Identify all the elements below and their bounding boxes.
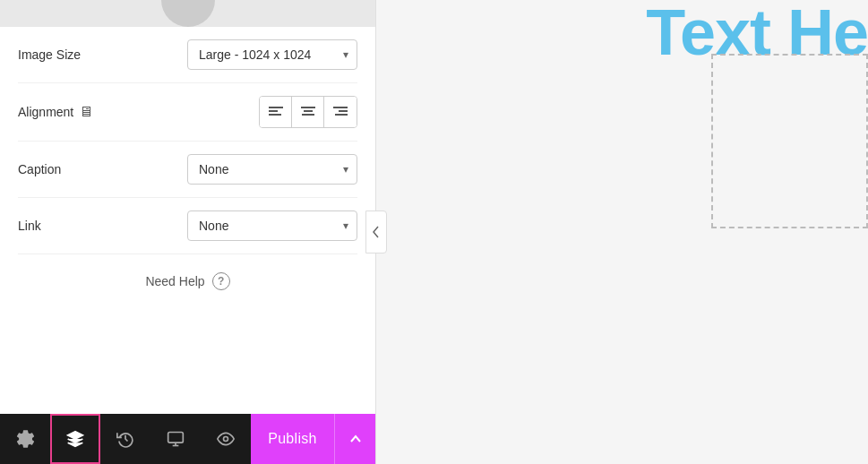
right-panel: Text He [376, 0, 868, 464]
publish-chevron-button[interactable] [334, 414, 375, 464]
alignment-label: Alignment 🖥 [18, 104, 125, 120]
svg-rect-0 [269, 107, 283, 108]
chevron-up-icon [350, 434, 361, 444]
need-help-section: Need Help ? [18, 254, 357, 299]
svg-rect-4 [304, 110, 313, 112]
link-select-wrapper: None Media File Attachment Page Custom U… [187, 211, 357, 241]
svg-rect-8 [335, 114, 348, 116]
image-size-select[interactable]: Large - 1024 x 1024 Small - 150 x 150 Me… [187, 39, 357, 70]
align-left-button[interactable] [260, 97, 292, 127]
canvas-dashed-placeholder [711, 54, 868, 228]
panel-content: Image Size Large - 1024 x 1024 Small - 1… [0, 0, 375, 414]
collapse-arrow-icon [373, 226, 380, 238]
monitor-icon: 🖥 [79, 104, 93, 120]
preview-icon [217, 430, 235, 448]
caption-label: Caption [18, 162, 125, 176]
caption-select-wrapper: None Attachment Caption Custom Caption ▾ [187, 154, 357, 185]
svg-point-12 [224, 437, 228, 442]
image-preview [0, 0, 375, 27]
align-right-button[interactable] [324, 97, 357, 127]
layers-icon [66, 430, 84, 448]
align-center-icon [301, 106, 315, 118]
need-help-text: Need Help [145, 274, 204, 288]
responsive-button[interactable] [150, 414, 201, 464]
align-left-icon [269, 106, 283, 118]
image-size-row: Image Size Large - 1024 x 1024 Small - 1… [18, 27, 357, 83]
panel-collapse-button[interactable] [365, 211, 387, 253]
svg-rect-6 [333, 107, 348, 108]
link-select[interactable]: None Media File Attachment Page Custom U… [187, 211, 357, 241]
svg-rect-2 [269, 114, 281, 116]
caption-row: Caption None Attachment Caption Custom C… [18, 142, 357, 198]
image-size-select-wrapper: Large - 1024 x 1024 Small - 150 x 150 Me… [187, 39, 357, 70]
svg-rect-5 [302, 114, 314, 116]
caption-control: None Attachment Caption Custom Caption ▾ [125, 154, 357, 185]
layers-button[interactable] [50, 414, 100, 464]
image-size-control: Large - 1024 x 1024 Small - 150 x 150 Me… [125, 39, 357, 70]
alignment-buttons-group [259, 96, 357, 128]
publish-button[interactable]: Publish [251, 414, 334, 464]
history-button[interactable] [100, 414, 150, 464]
history-icon [116, 430, 134, 448]
align-center-button[interactable] [292, 97, 324, 127]
image-thumbnail [161, 0, 215, 27]
link-label: Link [18, 219, 125, 233]
preview-button[interactable] [201, 414, 251, 464]
caption-select[interactable]: None Attachment Caption Custom Caption [187, 154, 357, 185]
svg-rect-1 [269, 110, 278, 112]
bottom-toolbar: Publish [0, 414, 375, 464]
settings-icon [16, 430, 34, 448]
responsive-icon [167, 430, 185, 448]
left-panel: Image Size Large - 1024 x 1024 Small - 1… [0, 0, 376, 464]
align-right-icon [333, 106, 348, 118]
svg-rect-9 [168, 433, 184, 443]
settings-button[interactable] [0, 414, 50, 464]
alignment-control [125, 96, 357, 128]
link-control: None Media File Attachment Page Custom U… [125, 211, 357, 241]
image-size-label: Image Size [18, 47, 125, 62]
canvas-area: Text He [376, 0, 868, 464]
link-row: Link None Media File Attachment Page Cus… [18, 198, 357, 254]
svg-rect-3 [301, 107, 315, 108]
alignment-row: Alignment 🖥 [18, 83, 357, 142]
help-icon[interactable]: ? [212, 272, 230, 290]
svg-rect-7 [339, 110, 348, 112]
